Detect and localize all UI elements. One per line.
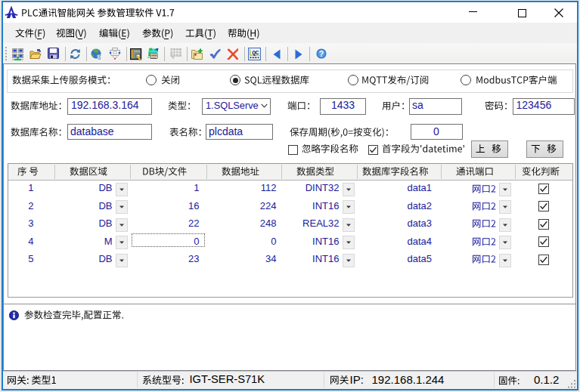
- svg-text:?: ?: [318, 49, 323, 58]
- svg-text:QC: QC: [252, 49, 259, 56]
